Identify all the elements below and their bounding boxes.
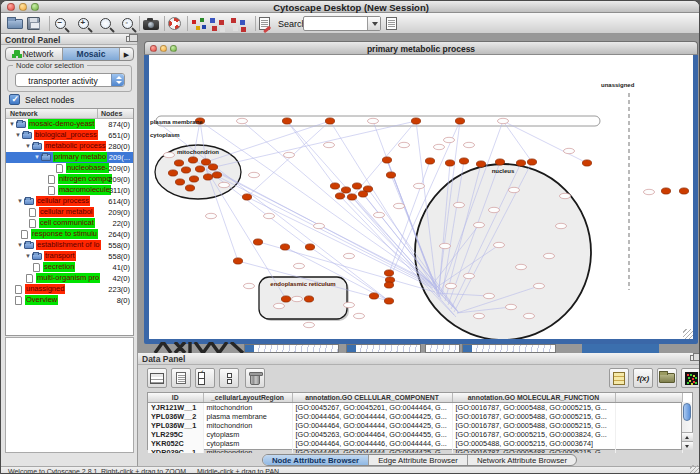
tree-row[interactable]: response to stimulu264(0) bbox=[6, 229, 133, 240]
network-node[interactable] bbox=[445, 160, 454, 166]
network-node[interactable] bbox=[454, 202, 465, 207]
network-node[interactable] bbox=[181, 167, 190, 173]
network-node[interactable] bbox=[489, 207, 500, 212]
tab-network-attribute-browser[interactable]: Network Attribute Browser bbox=[468, 455, 576, 465]
dropdown-stepper-icon[interactable] bbox=[111, 74, 124, 86]
network-node[interactable] bbox=[203, 174, 212, 180]
network-node[interactable] bbox=[352, 183, 361, 189]
function-builder-button[interactable]: f(x) bbox=[633, 368, 653, 388]
expand-triangle-icon[interactable] bbox=[17, 240, 24, 251]
tree-row[interactable]: metabolic process280(0) bbox=[6, 141, 133, 152]
network-node[interactable] bbox=[324, 142, 335, 147]
network-node[interactable] bbox=[434, 144, 445, 149]
network-node[interactable] bbox=[212, 172, 221, 178]
network-node[interactable] bbox=[314, 223, 325, 228]
select-nodes-checkbox[interactable] bbox=[9, 94, 20, 105]
table-row[interactable]: YPL036W__1mitochondrion[GO:0044464, GO:0… bbox=[148, 421, 682, 430]
table-column-header[interactable]: _cellularLayoutRegion bbox=[203, 393, 292, 402]
network-node[interactable] bbox=[498, 118, 509, 123]
network-node[interactable] bbox=[382, 157, 391, 163]
network-node[interactable] bbox=[679, 188, 688, 194]
network-node[interactable] bbox=[282, 118, 291, 124]
network-node[interactable] bbox=[344, 253, 355, 258]
table-row[interactable]: YKR052Ccytoplasm[GO:0044464, GO:0044446,… bbox=[148, 439, 682, 448]
network-node[interactable] bbox=[474, 222, 485, 227]
network-node[interactable] bbox=[335, 193, 344, 199]
network-node[interactable] bbox=[249, 172, 260, 177]
table-row[interactable]: YPL036W__2plasma membrane[GO:0044464, GO… bbox=[148, 412, 682, 421]
network-node[interactable] bbox=[564, 148, 575, 153]
network-node[interactable] bbox=[368, 118, 379, 123]
table-row[interactable]: YLR295Ccytoplasm[GO:0045263, GO:0044464,… bbox=[148, 430, 682, 439]
background-window-fragment[interactable] bbox=[153, 342, 249, 353]
network-node[interactable] bbox=[414, 183, 425, 188]
network-node[interactable] bbox=[384, 282, 393, 288]
network-node[interactable] bbox=[175, 179, 184, 185]
table-scrollbar[interactable] bbox=[681, 402, 692, 450]
network-node[interactable] bbox=[425, 158, 434, 164]
tab-mosaic[interactable]: Mosaic bbox=[63, 48, 120, 60]
network-node[interactable] bbox=[233, 258, 242, 264]
tree-row[interactable]: transport558(0) bbox=[6, 251, 133, 262]
table-row[interactable]: YJR121W__1mitochondrion[GO:0045267, GO:0… bbox=[148, 402, 682, 412]
table-column-header[interactable] bbox=[615, 393, 682, 402]
network-node[interactable] bbox=[325, 118, 334, 124]
network-node[interactable] bbox=[274, 303, 285, 308]
network-window-titlebar[interactable]: primary metabolic process bbox=[144, 41, 698, 55]
network-node[interactable] bbox=[208, 164, 217, 170]
network-node[interactable] bbox=[474, 313, 485, 318]
heatmap-button[interactable] bbox=[681, 368, 700, 388]
network-node[interactable] bbox=[174, 160, 183, 166]
network-node[interactable] bbox=[188, 157, 197, 163]
network-node[interactable] bbox=[506, 304, 517, 309]
network-node[interactable] bbox=[280, 244, 289, 250]
search-input[interactable] bbox=[306, 18, 366, 29]
snapshot-button[interactable] bbox=[143, 15, 159, 32]
network-node[interactable] bbox=[358, 191, 367, 197]
network-node[interactable] bbox=[168, 170, 177, 176]
tree-row[interactable]: Overview8(0) bbox=[6, 295, 133, 306]
help-button[interactable] bbox=[168, 15, 181, 32]
table-header-row[interactable]: ID_cellularLayoutRegionannotation.GO CEL… bbox=[148, 393, 682, 402]
unselect-attributes-button[interactable] bbox=[219, 368, 239, 388]
background-window-fragment[interactable] bbox=[462, 344, 556, 353]
tree-row[interactable]: unassigned223(0) bbox=[6, 284, 133, 295]
expand-triangle-icon[interactable] bbox=[25, 251, 32, 262]
network-node[interactable] bbox=[464, 142, 475, 147]
network-node[interactable] bbox=[330, 183, 339, 189]
network-node[interactable] bbox=[244, 283, 255, 288]
network-node[interactable] bbox=[304, 296, 313, 302]
birds-eye-view[interactable] bbox=[5, 337, 134, 453]
network-node[interactable] bbox=[237, 118, 248, 123]
network-node[interactable] bbox=[304, 322, 315, 327]
open-session-button[interactable] bbox=[7, 15, 23, 32]
network-node[interactable] bbox=[399, 142, 410, 147]
app-resize-grip[interactable] bbox=[690, 465, 700, 474]
network-node[interactable] bbox=[527, 159, 536, 165]
background-window-fragment[interactable] bbox=[425, 344, 460, 353]
search-dropdown-arrow-icon[interactable] bbox=[367, 17, 380, 30]
zoom-in-button[interactable] bbox=[78, 15, 89, 32]
network-node[interactable] bbox=[384, 270, 393, 276]
network-node[interactable] bbox=[509, 187, 520, 192]
search-options-button[interactable] bbox=[386, 15, 397, 32]
table-column-header[interactable]: ID bbox=[148, 393, 203, 402]
network-node[interactable] bbox=[494, 242, 505, 247]
network-node[interactable] bbox=[354, 313, 365, 318]
network-node[interactable] bbox=[264, 213, 275, 218]
tab-network[interactable]: Network bbox=[6, 48, 63, 60]
background-window-fragment[interactable] bbox=[346, 344, 421, 353]
network-node[interactable] bbox=[305, 244, 314, 250]
select-attributes-button[interactable] bbox=[195, 368, 215, 388]
network-node[interactable] bbox=[464, 273, 475, 278]
network-node[interactable] bbox=[189, 176, 198, 182]
network-node[interactable] bbox=[344, 302, 355, 307]
region-nucleus[interactable] bbox=[415, 164, 591, 339]
network-node[interactable] bbox=[544, 253, 555, 258]
annotation-button[interactable] bbox=[259, 15, 270, 32]
network-node[interactable] bbox=[455, 118, 464, 124]
network-node[interactable] bbox=[394, 203, 405, 208]
tab-edge-attribute-browser[interactable]: Edge Attribute Browser bbox=[369, 455, 468, 465]
save-session-button[interactable] bbox=[27, 15, 40, 32]
search-box[interactable] bbox=[303, 16, 381, 31]
